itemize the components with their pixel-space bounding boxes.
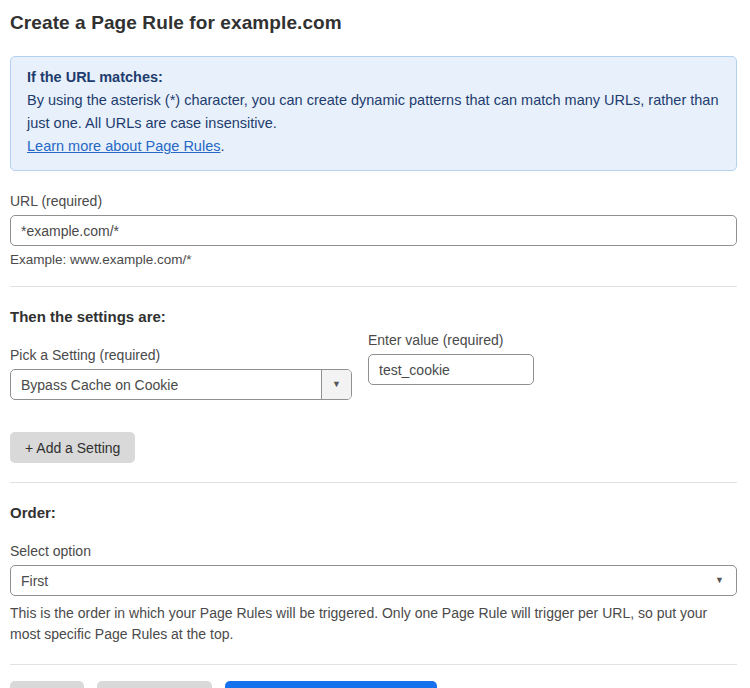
settings-section-heading: Then the settings are:: [10, 308, 737, 325]
save-as-draft-button[interactable]: Save as Draft: [97, 681, 212, 688]
setting-select[interactable]: Bypass Cache on Cookie ▼: [10, 369, 352, 400]
divider: [10, 286, 737, 287]
url-match-info-box: If the URL matches: By using the asteris…: [10, 56, 737, 171]
divider: [10, 482, 737, 483]
settings-row: Pick a Setting (required) Bypass Cache o…: [10, 325, 737, 400]
url-field-helper: Example: www.example.com/*: [10, 252, 737, 267]
setting-value-label: Enter value (required): [368, 332, 534, 348]
setting-select-label: Pick a Setting (required): [10, 347, 352, 363]
cancel-button[interactable]: Cancel: [10, 681, 84, 688]
chevron-down-icon: ▼: [715, 576, 724, 585]
form-actions: Cancel Save as Draft Save and Deploy Pag…: [10, 681, 737, 688]
info-box-heading: If the URL matches:: [27, 66, 720, 89]
order-select-value: First: [11, 566, 709, 595]
order-helper-text: This is the order in which your Page Rul…: [10, 603, 730, 645]
setting-value-column: Enter value (required): [368, 332, 534, 385]
url-field-label: URL (required): [10, 193, 737, 209]
chevron-down-icon: ▼: [332, 380, 341, 389]
setting-select-value: Bypass Cache on Cookie: [11, 370, 321, 399]
info-box-body: By using the asterisk (*) character, you…: [27, 89, 720, 135]
order-section-heading: Order:: [10, 504, 737, 521]
info-box-link-line: Learn more about Page Rules.: [27, 135, 720, 158]
order-select-arrow: ▼: [709, 566, 736, 595]
save-and-deploy-button[interactable]: Save and Deploy Page Rule: [225, 681, 437, 688]
setting-select-column: Pick a Setting (required) Bypass Cache o…: [10, 325, 352, 400]
divider: [10, 664, 737, 665]
order-select-label: Select option: [10, 543, 737, 559]
learn-more-link[interactable]: Learn more about Page Rules: [27, 138, 220, 154]
page-container: Create a Page Rule for example.com If th…: [0, 0, 750, 688]
setting-value-input[interactable]: [368, 354, 534, 385]
page-title: Create a Page Rule for example.com: [10, 12, 737, 34]
url-input[interactable]: [10, 215, 737, 246]
order-select[interactable]: First ▼: [10, 565, 737, 596]
setting-select-arrow-box[interactable]: ▼: [321, 370, 351, 399]
link-suffix: .: [220, 138, 224, 154]
add-setting-button[interactable]: + Add a Setting: [10, 432, 135, 463]
